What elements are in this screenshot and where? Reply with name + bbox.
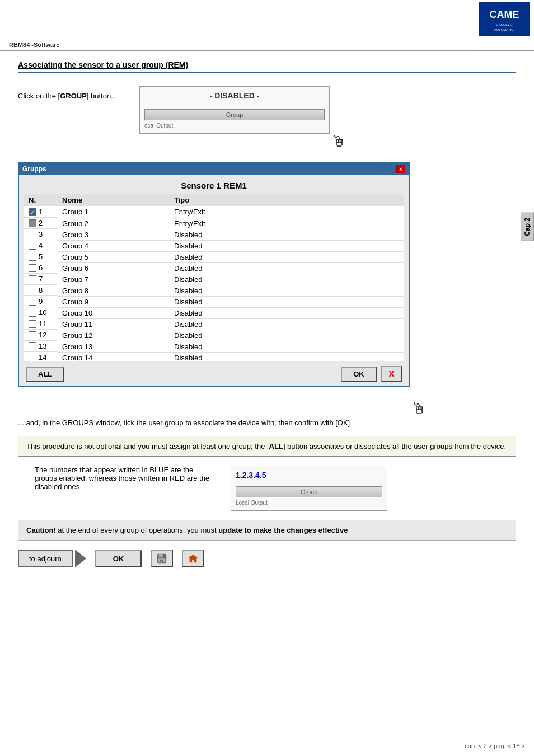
cell-tipo: Disabled [170,240,404,251]
caution-label: Caution! [26,526,56,534]
cell-nome: Group 7 [58,274,170,285]
svg-text:CAME: CAME [490,9,519,20]
local-output-blue: Local Output [236,500,382,506]
cell-tipo: Entry/Exit [170,218,404,229]
group-checkbox[interactable] [29,320,36,328]
group-checkbox[interactable]: ✓ [29,208,36,216]
group-checkbox[interactable] [29,231,36,238]
ok-button[interactable]: OK [95,550,142,567]
table-row: ✓1Group 1Entry/Exit [24,206,404,218]
cell-n: 12 [24,330,58,341]
cell-tipo: Disabled [170,229,404,240]
ok-dialog-button[interactable]: OK [341,367,377,382]
group-bar-disabled: Group [144,109,325,120]
cell-n-value: 13 [39,342,46,350]
cell-n: 7 [24,274,58,285]
cell-n-value: 1 [39,208,43,216]
cell-n: ✓1 [24,206,58,218]
cell-nome: Group 11 [58,318,170,330]
cell-n-value: 2 [39,219,43,227]
cell-nome: Group 14 [58,352,170,361]
cell-tipo: Disabled [170,296,404,307]
cell-nome: Group 10 [58,307,170,318]
table-row: 12Group 12Disabled [24,330,404,341]
disabled-label: - DISABLED - [144,91,325,100]
main-content: Associating the sensor to a user group (… [0,51,534,585]
arrow-right-icon [75,550,86,567]
grupps-footer: ALL OK X [19,361,409,386]
cell-nome: Group 12 [58,330,170,341]
cell-tipo: Disabled [170,318,404,330]
cell-nome: Group 13 [58,341,170,352]
group-checkbox[interactable] [29,331,36,339]
svg-text:AUTOMATICI: AUTOMATICI [494,28,515,31]
group-checkbox[interactable] [29,264,36,272]
home-icon-button[interactable] [182,550,204,567]
cell-nome: Group 4 [58,240,170,251]
cell-tipo: Disabled [170,307,404,318]
cell-tipo: Disabled [170,285,404,296]
cell-n-value: 10 [39,308,46,317]
cell-n: 4 [24,240,58,251]
x-dialog-button[interactable]: X [381,366,402,382]
adjourn-button[interactable]: to adjourn [18,550,73,567]
cell-n-value: 8 [39,286,43,294]
svg-rect-5 [159,554,163,557]
groups-table-wrapper[interactable]: N. Nome Tipo ✓1Group 1Entry/Exit2Group 2… [24,194,404,361]
cell-n: 6 [24,262,58,274]
blue-number-display: 1.2.3.4.5 [236,471,382,480]
group-checkbox[interactable] [29,219,36,227]
group-instruction: Click on the [GROUP] button... - DISABLE… [18,86,516,134]
table-header-row: N. Nome Tipo [24,194,404,206]
grupps-title: Grupps [22,165,46,173]
group-checkbox[interactable] [29,287,36,294]
adjourn-container: to adjourn [18,550,86,567]
svg-text:CANCELLI: CANCELLI [496,23,513,26]
group-checkbox[interactable] [29,275,36,283]
came-logo: CAME CANCELLI AUTOMATICI [479,2,530,36]
cell-nome: Group 1 [58,206,170,218]
col-header-nome: Nome [58,194,170,206]
table-row: 7Group 7Disabled [24,274,404,285]
cell-nome: Group 2 [58,218,170,229]
table-row: 9Group 9Disabled [24,296,404,307]
cursor-icon-2: 🖱 [411,400,427,418]
cell-n-value: 14 [39,353,46,361]
grupps-dialog: Grupps × Sensore 1 REM1 N. Nome Tipo [18,162,410,387]
cell-nome: Group 8 [58,285,170,296]
table-row: 6Group 6Disabled [24,262,404,274]
svg-marker-8 [189,555,198,563]
cell-tipo: Disabled [170,330,404,341]
cell-n-value: 12 [39,331,46,339]
group-bar-blue: Group [236,486,382,497]
group-checkbox[interactable] [29,298,36,306]
table-row: 3Group 3Disabled [24,229,404,240]
caution-text: at the end of every group of operations,… [58,526,218,534]
cell-n: 9 [24,296,58,307]
save-icon-button[interactable] [151,550,173,567]
numbers-section: The numbers that appear written in BLUE … [35,466,516,511]
cell-tipo: Disabled [170,262,404,274]
cell-n: 11 [24,318,58,330]
cell-n: 10 [24,307,58,318]
caution-bold-text: update to make the changes effective [218,526,348,534]
cell-n-value: 3 [39,230,43,238]
group-checkbox[interactable] [29,309,36,317]
col-header-tipo: Tipo [170,194,404,206]
group-checkbox[interactable] [29,354,36,361]
table-row: 14Group 14Disabled [24,352,404,361]
all-button[interactable]: ALL [26,367,64,382]
table-row: 8Group 8Disabled [24,285,404,296]
cell-tipo: Disabled [170,274,404,285]
cell-n: 5 [24,251,58,262]
blue-numbers-box: 1.2.3.4.5 Group Local Output [231,466,387,511]
cell-n-value: 5 [39,252,43,261]
cell-n: 14 [24,352,58,361]
cap-tab: Cap 2 [521,213,534,241]
group-checkbox[interactable] [29,253,36,261]
group-checkbox[interactable] [29,242,36,250]
grupps-close-button[interactable]: × [396,165,405,173]
group-checkbox[interactable] [29,342,36,350]
grupps-sensor-title: Sensore 1 REM1 [19,175,409,194]
cell-n: 8 [24,285,58,296]
